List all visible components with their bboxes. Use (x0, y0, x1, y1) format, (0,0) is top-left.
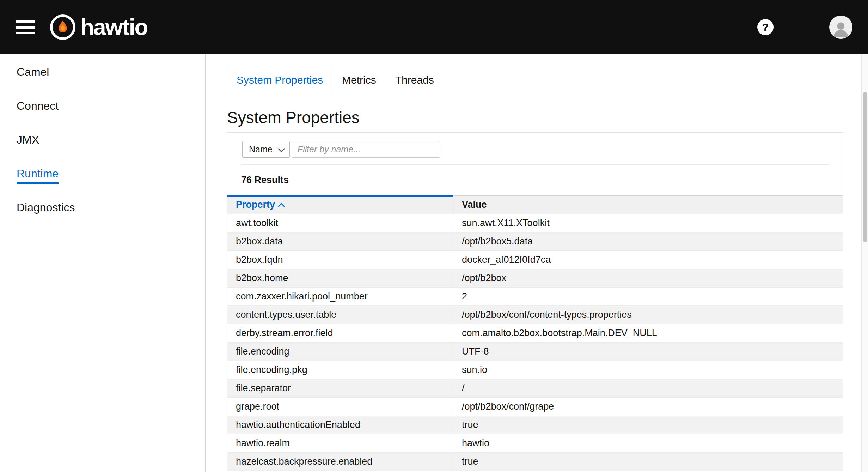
table-row: b2box.home/opt/b2box (227, 269, 843, 288)
sidebar-item-label: JMX (17, 133, 39, 150)
filter-row: Name (227, 133, 843, 164)
column-header-value-label: Value (462, 199, 487, 210)
sidebar-item-label: Diagnostics (17, 201, 75, 218)
main-content: System PropertiesMetricsThreads System P… (206, 54, 861, 472)
sidebar-item-connect[interactable]: Connect (0, 91, 205, 125)
filter-attribute-select[interactable]: Name (242, 141, 290, 158)
results-count: 76 Results (241, 175, 289, 186)
toolbar-divider (455, 141, 455, 158)
value-cell: 2 (453, 288, 843, 306)
table-row: grape.root/opt/b2box/conf/grape (227, 398, 843, 416)
sidebar-item-label: Connect (17, 99, 59, 116)
table-row: file.encodingUTF-8 (227, 343, 843, 361)
property-cell: file.encoding.pkg (227, 361, 453, 379)
results-row: 76 Results (227, 165, 843, 195)
property-cell: b2box.fqdn (227, 251, 453, 269)
table-row: hawtio.realmhawtio (227, 434, 843, 453)
property-cell: b2box.data (227, 232, 453, 251)
property-cell: file.separator (227, 379, 453, 398)
toolbar: Name 76 Results (227, 132, 843, 195)
flame-icon (50, 14, 75, 40)
property-cell: com.zaxxer.hikari.pool_number (227, 288, 453, 306)
brand-name: hawtio (80, 16, 148, 38)
sidebar-item-runtime[interactable]: Runtime (0, 159, 205, 193)
property-cell: derby.stream.error.field (227, 324, 453, 343)
filter-attribute-label: Name (249, 144, 273, 155)
sort-ascending-icon (278, 203, 285, 210)
value-cell: UTF-8 (453, 343, 843, 361)
table-row: content.types.user.table/opt/b2box/conf/… (227, 306, 843, 324)
column-header-value[interactable]: Value (453, 196, 843, 214)
brand-logo[interactable]: hawtio (50, 14, 148, 40)
value-cell: hawtio (453, 434, 843, 453)
page-title: System Properties (227, 108, 843, 127)
table-header-row: Property Value (227, 196, 843, 214)
tab-system-properties[interactable]: System Properties (227, 68, 332, 92)
scrollbar-thumb[interactable] (863, 92, 867, 242)
property-cell: hazelcast.backpressure.enabled (227, 453, 453, 471)
value-cell: /opt/b2box5.data (453, 232, 843, 251)
value-cell: /opt/b2box/conf/content-types.properties (453, 306, 843, 324)
property-cell: hawtio.authenticationEnabled (227, 416, 453, 434)
value-cell: /opt/b2box/conf/grape (453, 398, 843, 416)
property-cell: awt.toolkit (227, 214, 453, 232)
table-row: derby.stream.error.fieldcom.amalto.b2box… (227, 324, 843, 343)
sidebar-item-label: Runtime (17, 167, 59, 184)
masthead: hawtio ? (0, 0, 868, 54)
chevron-down-icon (278, 145, 285, 152)
sidebar-nav: CamelConnectJMXRuntimeDiagnostics (0, 54, 206, 472)
value-cell: true (453, 453, 843, 471)
help-glyph: ? (762, 21, 769, 33)
sidebar-item-diagnostics[interactable]: Diagnostics (0, 193, 205, 226)
menu-toggle-icon[interactable] (16, 17, 35, 37)
page-scrollbar[interactable] (861, 54, 868, 472)
column-header-property-label: Property (236, 199, 275, 210)
property-cell: hawtio.realm (227, 434, 453, 453)
table-row: file.encoding.pkgsun.io (227, 361, 843, 379)
user-avatar[interactable] (829, 16, 852, 39)
property-cell: grape.root (227, 398, 453, 416)
tab-bar: System PropertiesMetricsThreads (227, 68, 843, 92)
value-cell: com.amalto.b2box.bootstrap.Main.DEV_NULL (453, 324, 843, 343)
property-cell: content.types.user.table (227, 306, 453, 324)
person-icon (831, 18, 851, 39)
value-cell: / (453, 379, 843, 398)
column-header-property[interactable]: Property (227, 196, 453, 214)
tab-metrics[interactable]: Metrics (332, 68, 386, 92)
table-row: b2box.fqdndocker_af012f0fd7ca (227, 251, 843, 269)
table-row: b2box.data/opt/b2box5.data (227, 232, 843, 251)
masthead-actions: ? (757, 16, 852, 39)
property-cell: b2box.home (227, 269, 453, 288)
property-cell: file.encoding (227, 343, 453, 361)
value-cell: docker_af012f0fd7ca (453, 251, 843, 269)
table-body: awt.toolkitsun.awt.X11.XToolkitb2box.dat… (227, 214, 843, 471)
filter-input[interactable] (292, 141, 440, 158)
help-icon[interactable]: ? (757, 19, 774, 35)
table-row: hawtio.authenticationEnabledtrue (227, 416, 843, 434)
value-cell: /opt/b2box (453, 269, 843, 288)
value-cell: sun.awt.X11.XToolkit (453, 214, 843, 232)
table-row: hazelcast.backpressure.enabledtrue (227, 453, 843, 471)
sidebar-item-jmx[interactable]: JMX (0, 125, 205, 159)
value-cell: sun.io (453, 361, 843, 379)
table-row: com.zaxxer.hikari.pool_number2 (227, 288, 843, 306)
table-row: file.separator/ (227, 379, 843, 398)
sidebar-item-camel[interactable]: Camel (0, 57, 205, 91)
tab-threads[interactable]: Threads (386, 68, 444, 92)
sidebar-item-label: Camel (17, 66, 49, 83)
table-row: awt.toolkitsun.awt.X11.XToolkit (227, 214, 843, 232)
system-properties-table: Property Value awt.toolkitsun.awt.X11.XT… (227, 195, 843, 471)
value-cell: true (453, 416, 843, 434)
